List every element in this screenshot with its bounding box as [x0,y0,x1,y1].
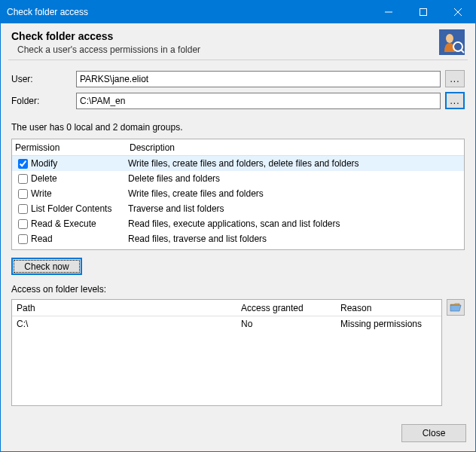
app-icon [439,29,465,55]
access-path: C:\ [12,319,241,329]
perm-row[interactable]: WriteWrite files, create files and folde… [12,186,464,201]
page-subtitle: Check a user's access permissions in a f… [11,44,439,55]
header: Check folder access Check a user's acces… [1,23,475,60]
perm-name: Read [31,234,53,244]
folder-row: Folder: ... [1,90,475,111]
perm-description: Traverse and list folders [127,203,464,214]
perm-description: Write files, create files and folders [127,188,464,199]
window-title: Check folder access [1,7,371,17]
perm-header-permission[interactable]: Permission [12,142,127,153]
access-reason: Missing permissions [340,319,441,329]
perm-description: Read files, traverse and list folders [127,234,464,244]
access-granted: No [241,319,340,329]
svg-rect-1 [420,9,427,16]
minimize-button[interactable] [371,1,406,23]
perm-description: Delete files and folders [127,173,464,184]
folder-label: Folder: [11,96,76,106]
perm-checkbox[interactable] [18,204,28,214]
perm-checkbox[interactable] [18,219,28,229]
perm-row[interactable]: DeleteDelete files and folders [12,171,464,186]
access-table: Path Access granted Reason C:\NoMissing … [11,299,442,406]
close-button[interactable]: Close [401,424,466,442]
perm-checkbox[interactable] [18,189,28,199]
permissions-table: Permission Description ModifyWrite files… [11,139,465,250]
perm-checkbox[interactable] [18,234,28,244]
perm-row[interactable]: ModifyWrite files, create files and fold… [12,156,464,171]
user-label: User: [11,74,76,84]
perm-header-description[interactable]: Description [127,142,464,153]
perm-description: Write files, create files and folders, d… [127,158,464,169]
folder-input[interactable] [76,93,441,109]
separator [8,60,468,60]
perm-name: Delete [31,173,57,184]
perm-row[interactable]: Read & ExecuteRead files, execute applic… [12,216,464,231]
maximize-button[interactable] [406,1,441,23]
perm-row[interactable]: ReadRead files, traverse and list folder… [12,231,464,246]
access-header-granted[interactable]: Access granted [241,303,340,313]
perm-description: Read files, execute applications, scan a… [127,218,464,229]
folder-browse-button[interactable]: ... [445,92,465,109]
svg-point-5 [446,34,453,43]
perm-name: List Folder Contents [31,203,111,214]
perm-checkbox[interactable] [18,159,28,169]
folder-icon [450,302,462,313]
perm-checkbox[interactable] [18,174,28,184]
user-browse-button[interactable]: ... [445,70,465,87]
user-input[interactable] [76,71,441,87]
access-header-reason[interactable]: Reason [340,303,441,313]
close-window-button[interactable] [441,1,475,23]
perm-name: Read & Execute [31,218,96,229]
access-header-path[interactable]: Path [12,303,241,313]
perm-name: Write [31,188,52,199]
check-now-button[interactable]: Check now [11,258,82,275]
open-folder-button[interactable] [447,299,465,316]
titlebar: Check folder access [1,1,475,23]
access-row[interactable]: C:\NoMissing permissions [12,316,441,331]
group-status-text: The user has 0 local and 2 domain groups… [1,111,475,139]
perm-row[interactable]: List Folder ContentsTraverse and list fo… [12,201,464,216]
access-levels-label: Access on folder levels: [1,279,475,299]
page-title: Check folder access [11,30,439,42]
user-row: User: ... [1,68,475,90]
perm-name: Modify [31,158,57,169]
